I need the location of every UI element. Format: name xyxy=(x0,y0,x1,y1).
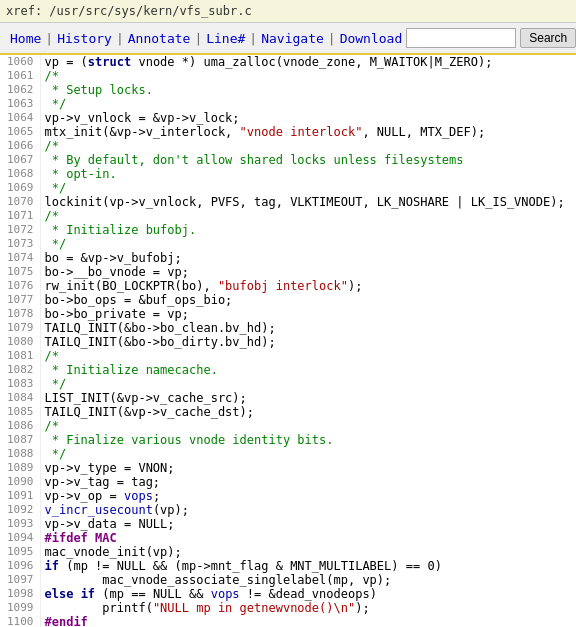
table-row: 1065mtx_init(&vp->v_interlock, "vnode in… xyxy=(0,125,576,139)
line-content: /* xyxy=(40,209,576,223)
line-content: */ xyxy=(40,377,576,391)
line-number: 1065 xyxy=(0,125,40,139)
line-number: 1067 xyxy=(0,153,40,167)
line-number: 1062 xyxy=(0,83,40,97)
line-content: vp->v_data = NULL; xyxy=(40,517,576,531)
table-row: 1068 * opt-in. xyxy=(0,167,576,181)
sep1: | xyxy=(45,31,53,46)
line-number: 1072 xyxy=(0,223,40,237)
table-row: 1097 mac_vnode_associate_singlelabel(mp,… xyxy=(0,573,576,587)
table-row: 1093vp->v_data = NULL; xyxy=(0,517,576,531)
line-number: 1082 xyxy=(0,363,40,377)
table-row: 1072 * Initialize bufobj. xyxy=(0,223,576,237)
line-content: bo->bo_ops = &buf_ops_bio; xyxy=(40,293,576,307)
table-row: 1085TAILQ_INIT(&vp->v_cache_dst); xyxy=(0,405,576,419)
nav-annotate[interactable]: Annotate xyxy=(124,31,195,46)
line-content: TAILQ_INIT(&bo->bo_clean.bv_hd); xyxy=(40,321,576,335)
line-content: vp->v_op = vops; xyxy=(40,489,576,503)
line-content: TAILQ_INIT(&vp->v_cache_dst); xyxy=(40,405,576,419)
line-number: 1071 xyxy=(0,209,40,223)
line-content: printf("NULL mp in getnewvnode()\n"); xyxy=(40,601,576,615)
line-number: 1063 xyxy=(0,97,40,111)
search-input[interactable] xyxy=(406,28,516,48)
sep2: | xyxy=(116,31,124,46)
line-number: 1090 xyxy=(0,475,40,489)
line-number: 1060 xyxy=(0,55,40,69)
line-content: */ xyxy=(40,181,576,195)
nav-linenum[interactable]: Line# xyxy=(202,31,249,46)
line-number: 1093 xyxy=(0,517,40,531)
top-bar: xref: /usr/src/sys/kern/vfs_subr.c xyxy=(0,0,576,23)
line-content: /* xyxy=(40,139,576,153)
line-number: 1081 xyxy=(0,349,40,363)
line-content: */ xyxy=(40,97,576,111)
line-content: mtx_init(&vp->v_interlock, "vnode interl… xyxy=(40,125,576,139)
line-number: 1092 xyxy=(0,503,40,517)
table-row: 1081/* xyxy=(0,349,576,363)
line-number: 1097 xyxy=(0,573,40,587)
table-row: 1095mac_vnode_init(vp); xyxy=(0,545,576,559)
line-number: 1086 xyxy=(0,419,40,433)
line-number: 1076 xyxy=(0,279,40,293)
line-number: 1066 xyxy=(0,139,40,153)
nav-download[interactable]: Download xyxy=(336,31,407,46)
table-row: 1063 */ xyxy=(0,97,576,111)
sep4: | xyxy=(249,31,257,46)
table-row: 1078bo->bo_private = vp; xyxy=(0,307,576,321)
nav-home[interactable]: Home xyxy=(6,31,45,46)
line-number: 1068 xyxy=(0,167,40,181)
line-content: vp->v_type = VNON; xyxy=(40,461,576,475)
table-row: 1074bo = &vp->v_bufobj; xyxy=(0,251,576,265)
line-content: * Finalize various vnode identity bits. xyxy=(40,433,576,447)
table-row: 1073 */ xyxy=(0,237,576,251)
nav-navigate[interactable]: Navigate xyxy=(257,31,328,46)
search-area: Search □ xyxy=(406,28,576,48)
nav-history[interactable]: History xyxy=(53,31,116,46)
table-row: 1086/* xyxy=(0,419,576,433)
search-button[interactable]: Search xyxy=(520,28,576,48)
table-row: 1079TAILQ_INIT(&bo->bo_clean.bv_hd); xyxy=(0,321,576,335)
table-row: 1076rw_init(BO_LOCKPTR(bo), "bufobj inte… xyxy=(0,279,576,293)
line-content: bo = &vp->v_bufobj; xyxy=(40,251,576,265)
table-row: 1100#endif xyxy=(0,615,576,627)
table-row: 1098else if (mp == NULL && vops != &dead… xyxy=(0,587,576,601)
table-row: 1067 * By default, don't allow shared lo… xyxy=(0,153,576,167)
line-content: v_incr_usecount(vp); xyxy=(40,503,576,517)
line-number: 1077 xyxy=(0,293,40,307)
line-number: 1089 xyxy=(0,461,40,475)
line-content: lockinit(vp->v_vnlock, PVFS, tag, VLKTIM… xyxy=(40,195,576,209)
line-content: TAILQ_INIT(&bo->bo_dirty.bv_hd); xyxy=(40,335,576,349)
line-content: bo->__bo_vnode = vp; xyxy=(40,265,576,279)
table-row: 1091vp->v_op = vops; xyxy=(0,489,576,503)
line-number: 1079 xyxy=(0,321,40,335)
table-row: 1089vp->v_type = VNON; xyxy=(0,461,576,475)
file-path: xref: /usr/src/sys/kern/vfs_subr.c xyxy=(6,4,252,18)
line-number: 1070 xyxy=(0,195,40,209)
line-content: LIST_INIT(&vp->v_cache_src); xyxy=(40,391,576,405)
line-number: 1073 xyxy=(0,237,40,251)
table-row: 1062 * Setup locks. xyxy=(0,83,576,97)
line-number: 1100 xyxy=(0,615,40,627)
line-number: 1064 xyxy=(0,111,40,125)
table-row: 1092v_incr_usecount(vp); xyxy=(0,503,576,517)
table-row: 1070lockinit(vp->v_vnlock, PVFS, tag, VL… xyxy=(0,195,576,209)
line-number: 1085 xyxy=(0,405,40,419)
line-number: 1061 xyxy=(0,69,40,83)
line-content: #endif xyxy=(40,615,576,627)
table-row: 1075bo->__bo_vnode = vp; xyxy=(0,265,576,279)
line-content: if (mp != NULL && (mp->mnt_flag & MNT_MU… xyxy=(40,559,576,573)
table-row: 1087 * Finalize various vnode identity b… xyxy=(0,433,576,447)
line-content: */ xyxy=(40,237,576,251)
table-row: 1061/* xyxy=(0,69,576,83)
table-row: 1082 * Initialize namecache. xyxy=(0,363,576,377)
line-number: 1098 xyxy=(0,587,40,601)
table-row: 1083 */ xyxy=(0,377,576,391)
line-content: /* xyxy=(40,349,576,363)
line-number: 1080 xyxy=(0,335,40,349)
table-row: 1069 */ xyxy=(0,181,576,195)
table-row: 1071/* xyxy=(0,209,576,223)
table-row: 1088 */ xyxy=(0,447,576,461)
code-area: 1060vp = (struct vnode *) uma_zalloc(vno… xyxy=(0,55,576,627)
line-number: 1083 xyxy=(0,377,40,391)
line-content: * Initialize bufobj. xyxy=(40,223,576,237)
